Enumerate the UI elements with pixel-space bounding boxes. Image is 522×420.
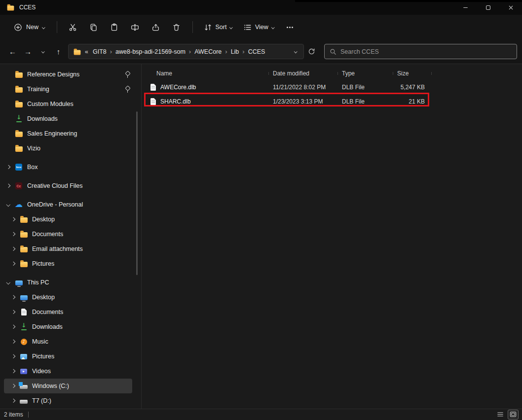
sidebar-item-downloads[interactable]: Downloads — [4, 111, 132, 126]
chevron-right-icon[interactable] — [4, 166, 13, 169]
thumbnail-view-button[interactable] — [508, 410, 518, 419]
clipboard-paste-icon — [110, 23, 118, 32]
chevron-right-icon[interactable] — [9, 385, 18, 387]
up-arrow-icon: ↑ — [57, 47, 61, 56]
chevron-down-icon[interactable] — [4, 281, 13, 284]
chevron-right-icon[interactable] — [9, 247, 18, 250]
sidebar-item-sales-engineering[interactable]: Sales Engineering — [4, 126, 132, 141]
copy-button[interactable] — [84, 19, 104, 35]
chevron-right-icon[interactable] — [9, 325, 18, 328]
breadcrumb-separator: › — [241, 48, 245, 55]
delete-button[interactable] — [167, 19, 186, 35]
chevron-right-icon[interactable] — [9, 340, 18, 343]
rename-button[interactable] — [125, 19, 145, 35]
breadcrumb-segment[interactable]: awe8-bsp-adi-21569-som — [113, 48, 188, 55]
minimize-button[interactable] — [454, 0, 477, 15]
file-row-awecore[interactable]: AWECore.dlb 11/21/2022 8:02 PM DLB File … — [147, 80, 522, 94]
chevron-right-icon[interactable] — [9, 355, 18, 358]
sidebar-item-music[interactable]: Music — [4, 334, 132, 349]
chevron-right-icon[interactable] — [9, 233, 18, 236]
new-button[interactable]: New — [8, 19, 51, 35]
breadcrumb-segment[interactable]: GIT8 — [90, 48, 109, 55]
sort-button-label: Sort — [216, 24, 227, 31]
sidebar-item-pictures[interactable]: Pictures — [4, 349, 132, 364]
sidebar-item-reference-designs[interactable]: Reference Designs — [4, 67, 132, 82]
maximize-button[interactable] — [477, 0, 499, 15]
file-type: DLB File — [338, 84, 393, 91]
file-name: AWECore.dlb — [160, 84, 196, 91]
sidebar-item-onedrive-pictures[interactable]: Pictures — [4, 256, 132, 271]
file-row-sharc[interactable]: SHARC.dlb 1/23/2023 3:13 PM DLB File 21 … — [147, 94, 522, 108]
sidebar-item-custom-modules[interactable]: Custom Modules — [4, 97, 132, 111]
sort-arrows-icon — [204, 23, 212, 32]
chevron-right-icon[interactable] — [9, 262, 18, 265]
chevron-right-icon[interactable] — [9, 296, 18, 299]
desktop-icon — [20, 295, 28, 300]
chevron-right-icon[interactable] — [9, 370, 18, 373]
folder-icon — [15, 87, 23, 93]
chevron-right-icon[interactable] — [9, 399, 18, 402]
sidebar-item-creative-cloud-files[interactable]: Creative Cloud Files — [4, 178, 132, 193]
address-dropdown-button[interactable] — [293, 48, 299, 55]
new-button-label: New — [26, 24, 38, 31]
more-dots-icon — [289, 27, 291, 28]
search-box[interactable] — [324, 44, 517, 59]
up-button[interactable]: ↑ — [51, 44, 66, 59]
forward-button[interactable]: → — [20, 44, 36, 59]
sort-button[interactable]: Sort — [199, 19, 237, 35]
folder-icon — [74, 50, 81, 55]
sidebar-item-videos[interactable]: Videos — [4, 364, 132, 379]
minimize-icon — [462, 4, 469, 11]
chevron-down-icon[interactable] — [4, 203, 13, 206]
sidebar-item-documents[interactable]: Documents — [4, 305, 132, 319]
column-header-date-modified[interactable]: Date modified — [269, 70, 338, 77]
main-area: Reference Designs Training Custom Module… — [0, 64, 522, 409]
file-size: 5,247 KB — [393, 84, 432, 91]
folder-icon — [20, 217, 28, 223]
video-play-icon — [20, 369, 27, 374]
sidebar-item-onedrive-desktop[interactable]: Desktop — [4, 212, 132, 227]
sidebar-item-this-pc[interactable]: This PC — [4, 275, 132, 290]
search-input[interactable] — [340, 48, 512, 55]
view-button[interactable]: View — [238, 19, 279, 35]
sidebar-item-t7-d[interactable]: T7 (D:) — [4, 393, 132, 408]
sidebar-item-downloads-thispc[interactable]: Downloads — [4, 319, 132, 334]
address-bar[interactable]: « GIT8 › awe8-bsp-adi-21569-som › AWECor… — [68, 44, 304, 59]
box-icon — [15, 164, 22, 171]
details-view-button[interactable] — [495, 410, 505, 419]
more-options-button[interactable] — [280, 19, 299, 35]
breadcrumb-segment[interactable]: AWECore — [192, 48, 224, 55]
column-header-size[interactable]: Size — [393, 70, 432, 77]
back-button[interactable]: ← — [5, 44, 20, 59]
recent-locations-button[interactable] — [36, 44, 51, 59]
back-arrow-icon: ← — [9, 47, 16, 56]
sidebar-item-email-attachments[interactable]: Email attachments — [4, 242, 132, 256]
sidebar-item-training[interactable]: Training — [4, 82, 132, 97]
cut-button[interactable] — [63, 19, 83, 35]
chevron-right-icon[interactable] — [9, 311, 18, 314]
sidebar-item-vizio[interactable]: Vizio — [4, 141, 132, 156]
copy-icon — [89, 23, 98, 32]
breadcrumb-segment[interactable]: Lib — [228, 48, 242, 55]
share-button[interactable] — [146, 19, 166, 35]
file-size: 21 KB — [393, 98, 432, 105]
sidebar-item-windows-c[interactable]: Windows (C:) — [4, 379, 132, 393]
sidebar-item-onedrive-documents[interactable]: Documents — [4, 227, 132, 242]
sidebar-item-onedrive-personal[interactable]: OneDrive - Personal — [4, 197, 132, 212]
refresh-button[interactable] — [304, 44, 319, 59]
music-note-icon — [21, 339, 27, 345]
chevron-right-icon[interactable] — [9, 218, 18, 221]
breadcrumb-overflow[interactable]: « — [84, 48, 90, 55]
breadcrumb-segment-current[interactable]: CCES — [246, 48, 268, 55]
column-header-name[interactable]: Name — [147, 70, 269, 77]
chevron-right-icon[interactable] — [4, 184, 13, 187]
close-button[interactable] — [499, 0, 522, 15]
sidebar-item-box[interactable]: Box — [4, 160, 132, 175]
sidebar-item-desktop[interactable]: Desktop — [4, 290, 132, 305]
sidebar-scrollbar[interactable] — [136, 111, 138, 275]
close-icon — [507, 4, 515, 11]
column-header-type[interactable]: Type — [338, 70, 393, 77]
folder-icon — [15, 72, 23, 78]
folder-icon — [20, 232, 28, 238]
paste-button[interactable] — [105, 19, 124, 35]
